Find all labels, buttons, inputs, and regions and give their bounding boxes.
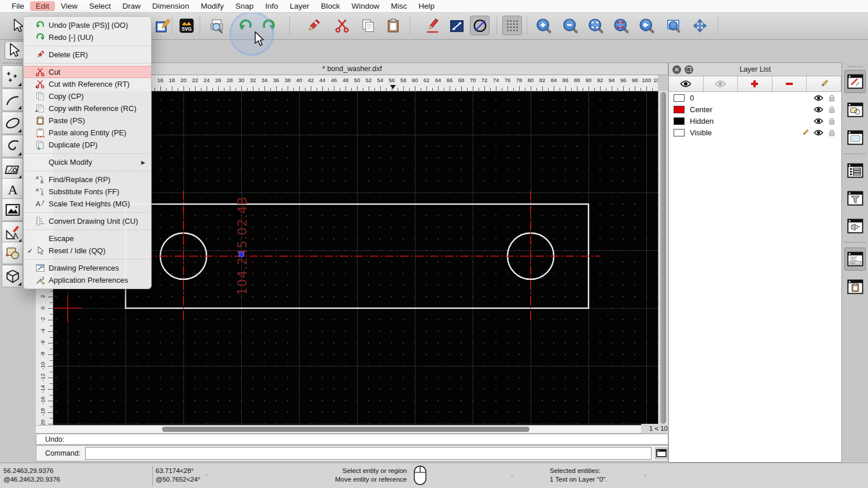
layer-color-swatch[interactable]: [674, 129, 685, 136]
property-editor-panel-toggle[interactable]: [844, 126, 866, 149]
cut-icon[interactable]: [332, 16, 352, 35]
polyline-tool[interactable]: [2, 135, 23, 157]
zoom-window-icon[interactable]: [663, 16, 683, 35]
svg-export-icon[interactable]: SVG: [176, 16, 196, 35]
block-list-panel-toggle[interactable]: [844, 98, 866, 121]
previous-view-icon[interactable]: [637, 16, 656, 35]
image-tool[interactable]: [2, 198, 23, 221]
menu-item-convert-drawing-unit-cu[interactable]: inmmmConvert Drawing Unit (CU): [24, 215, 151, 227]
remove-layer-button[interactable]: [773, 76, 807, 91]
selection-filter-panel-toggle[interactable]: [844, 187, 866, 210]
layer-row-hidden[interactable]: Hidden: [669, 115, 841, 127]
menubar-item-layer[interactable]: Layer: [284, 1, 315, 11]
grid-icon[interactable]: [502, 16, 522, 35]
menu-item-undo-paste-ps-oo[interactable]: Undo [Paste (PS)] (OO): [24, 19, 151, 31]
selection-tool[interactable]: [5, 41, 24, 60]
layer-lock-icon[interactable]: [823, 106, 837, 113]
auto-zoom-icon[interactable]: [586, 16, 605, 35]
menubar-item-view[interactable]: View: [55, 1, 83, 11]
layer-visibility-icon[interactable]: [810, 106, 823, 113]
edit-pencil-icon[interactable]: [797, 129, 810, 136]
menu-item-cut-with-reference-rt[interactable]: +Cut with Reference (RT): [24, 78, 151, 90]
menubar-item-file[interactable]: File: [6, 1, 30, 11]
layer-visibility-icon[interactable]: [810, 117, 823, 125]
add-layer-button[interactable]: [738, 76, 773, 91]
menu-item-reset-idle-qq[interactable]: ✓Reset / Idle (QQ): [24, 245, 151, 257]
layer-row-0[interactable]: 0: [669, 92, 841, 103]
horizontal-scrollbar-thumb[interactable]: [162, 427, 529, 432]
menu-item-drawing-preferences[interactable]: Drawing Preferences: [24, 262, 151, 274]
show-all-button[interactable]: [669, 76, 704, 91]
horizontal-scrollbar[interactable]: [36, 425, 643, 434]
measure-tool[interactable]: [2, 221, 23, 244]
circle-icon[interactable]: [470, 16, 490, 35]
layer-visibility-icon[interactable]: [810, 129, 823, 136]
edit-layer-button[interactable]: [807, 76, 841, 91]
menu-item-paste-along-entity-pe[interactable]: Paste along Entity (PE): [24, 127, 151, 139]
menubar-item-block[interactable]: Block: [315, 1, 346, 11]
menu-item-delete-er[interactable]: Delete (ER): [24, 49, 151, 61]
text-tool[interactable]: A: [2, 178, 23, 201]
solid-tool[interactable]: [2, 265, 23, 287]
drawing-edit-icon[interactable]: [152, 16, 172, 35]
menubar-item-edit[interactable]: Edit: [30, 1, 55, 11]
command-window-icon[interactable]: [655, 448, 668, 459]
pan-icon[interactable]: [690, 16, 709, 35]
layer-lock-icon[interactable]: [823, 129, 837, 136]
layer-color-swatch[interactable]: [674, 94, 685, 102]
line-icon[interactable]: [447, 16, 466, 35]
vertical-scrollbar[interactable]: [658, 91, 668, 425]
ruler-label: 44: [319, 77, 326, 83]
arc-tool[interactable]: [2, 88, 23, 111]
menubar-item-draw[interactable]: Draw: [117, 1, 147, 11]
clipboard-panel-panel-toggle[interactable]: [844, 275, 866, 298]
command-history-panel-toggle[interactable]: [844, 159, 866, 182]
paste-icon[interactable]: [383, 16, 403, 35]
hatch-tool[interactable]: [2, 158, 23, 180]
ellipse-tool[interactable]: [2, 112, 23, 134]
menubar-item-snap[interactable]: Snap: [230, 1, 260, 11]
delete-icon[interactable]: [303, 16, 323, 35]
command-input[interactable]: [85, 447, 652, 460]
command-line-panel-toggle[interactable]: cmd: [844, 247, 866, 271]
zoom-selection-icon[interactable]: [611, 16, 631, 35]
menubar-item-misc[interactable]: Misc: [385, 1, 413, 11]
menu-item-copy-cp[interactable]: Copy (CP): [24, 90, 151, 102]
layer-row-visible[interactable]: Visible: [669, 127, 841, 138]
menubar-item-help[interactable]: Help: [413, 1, 440, 11]
copy-icon[interactable]: [358, 16, 378, 35]
menu-item-application-preferences[interactable]: Application Preferences: [24, 274, 151, 286]
menu-item-substitute-fonts-ff[interactable]: AASubstitute Fonts (FF): [24, 186, 151, 198]
layer-row-center[interactable]: Center: [669, 103, 841, 115]
menu-item-redo-uu[interactable]: Redo [-] (UU): [24, 31, 151, 43]
hide-all-button[interactable]: [704, 76, 738, 91]
menu-item-escape[interactable]: Escape: [24, 232, 151, 245]
menu-item-find-replace-rp[interactable]: ABFind/Replace (RP): [24, 173, 151, 186]
layer-rows: 0CenterHiddenVisible: [669, 92, 841, 138]
print-preview-icon[interactable]: [207, 16, 226, 35]
layer-visibility-icon[interactable]: [810, 94, 823, 102]
menubar-item-dimension[interactable]: Dimension: [146, 1, 195, 11]
layer-lock-icon[interactable]: [823, 117, 837, 125]
zoom-out-icon[interactable]: [560, 16, 580, 35]
point-tool[interactable]: [2, 65, 23, 88]
layer-color-swatch[interactable]: [674, 117, 685, 125]
view-toggle-panel-toggle[interactable]: [844, 215, 866, 238]
zoom-in-icon[interactable]: [534, 16, 553, 35]
menu-item-cut[interactable]: Cut: [24, 66, 151, 78]
menu-item-duplicate-dp[interactable]: Duplicate (DP): [24, 139, 151, 151]
menubar-item-select[interactable]: Select: [83, 1, 117, 11]
menu-item-quick-modify[interactable]: Quick Modify▶: [24, 156, 151, 168]
layer-lock-icon[interactable]: [823, 94, 837, 102]
menu-item-copy-with-reference-rc[interactable]: +Copy with Reference (RC): [24, 102, 151, 114]
vertical-scrollbar-thumb[interactable]: [660, 92, 666, 424]
menu-item-paste-ps[interactable]: Paste (PS): [24, 114, 151, 127]
menubar-item-modify[interactable]: Modify: [195, 1, 230, 11]
text-edit-icon[interactable]: [422, 16, 442, 35]
menu-item-scale-text-heights-mg[interactable]: AScale Text Heights (MG): [24, 198, 151, 210]
menubar-item-info[interactable]: Info: [259, 1, 284, 11]
menubar-item-window[interactable]: Window: [346, 1, 385, 11]
layer-list-panel-toggle[interactable]: [844, 70, 866, 93]
layer-color-swatch[interactable]: [674, 106, 685, 113]
block-tool[interactable]: [2, 242, 23, 264]
